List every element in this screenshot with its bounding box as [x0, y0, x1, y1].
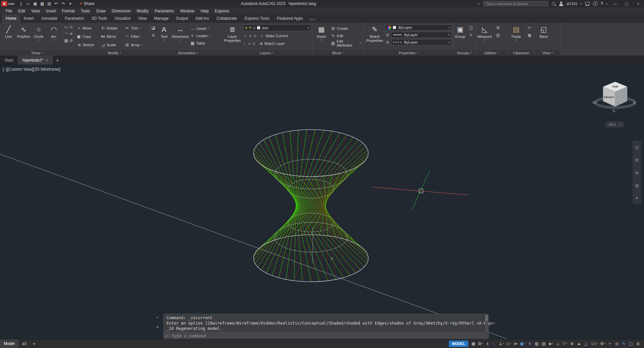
customization-button[interactable]: ≣ — [635, 341, 641, 347]
command-input[interactable] — [172, 334, 486, 338]
insert-button[interactable]: ▦Insert▾ — [314, 24, 329, 42]
leader-button[interactable]: ↖Leader▾ — [189, 32, 211, 39]
ribbon-tab-express-tools[interactable]: Express Tools — [241, 15, 273, 23]
close-tab-icon[interactable]: × — [46, 58, 48, 62]
autoscale-toggle[interactable]: △ — [583, 341, 589, 347]
3d-object-snap-toggle[interactable]: ◈▾ — [547, 341, 554, 347]
edit-button[interactable]: ✎Edit — [330, 32, 362, 39]
dynamic-input-toggle[interactable]: ± — [484, 341, 491, 347]
make-current-button[interactable]: ✓Make Current — [259, 32, 289, 39]
new-file-icon[interactable]: ▯ — [18, 1, 24, 7]
base-button[interactable]: ◱Base — [536, 24, 551, 39]
command-input-row[interactable]: ▸ ▾ — [163, 333, 489, 339]
file-tab-hiperbole2[interactable]: hiperbole2* × — [18, 56, 53, 65]
graphics-performance-toggle[interactable]: ↻ — [621, 341, 627, 347]
color-dropdown[interactable]: ByLayer▾ — [385, 24, 452, 30]
make-current-tool-icon-0[interactable]: ☀ — [244, 34, 247, 38]
arc-button[interactable]: ◠Arc▾ — [47, 24, 61, 42]
ribbon-tab-3d-tools[interactable]: 3D Tools — [88, 15, 111, 23]
ribbon-tab-collaborate[interactable]: Collaborate — [213, 15, 240, 23]
edit-attributes-button[interactable]: ▤Edit Attributes▾ — [330, 40, 362, 46]
view-cube[interactable]: W S E TOP FRONT — [593, 82, 636, 113]
measure-button[interactable]: ◺Measure▾ — [477, 24, 492, 42]
search-category-icon[interactable]: ▸ — [478, 2, 480, 5]
search-input[interactable] — [483, 1, 548, 6]
draw-tool-icon-0-1[interactable]: ◠ — [64, 32, 68, 36]
open-file-icon[interactable]: ▱ — [25, 1, 32, 7]
circle-button[interactable]: ○Circle▾ — [32, 24, 46, 42]
panel-draw-title[interactable]: Draw▾ — [0, 50, 74, 56]
compass-west[interactable]: W — [593, 100, 596, 105]
isolate-objects-button[interactable]: ◎ — [613, 341, 620, 347]
match-layer-tool-icon-0[interactable]: ◐ — [244, 42, 246, 46]
maximize-button[interactable]: ▢ — [622, 2, 631, 6]
close-button[interactable]: × — [634, 2, 643, 6]
menu-modify[interactable]: Modify — [134, 8, 152, 14]
groups-side-icon-1[interactable]: ✎ — [469, 33, 473, 37]
panel-modify-title[interactable]: Modify▾ — [74, 50, 155, 56]
ribbon-tab-visualize[interactable]: Visualize — [111, 15, 135, 23]
menu-tools[interactable]: Tools — [78, 8, 93, 14]
cart-icon[interactable] — [585, 2, 590, 6]
command-window[interactable]: × ⚙ Command: _vscurrentEnter an option [… — [163, 314, 489, 339]
linetype-dropdown[interactable]: ByLayer▾ — [391, 39, 452, 45]
clipboard-side-icon-0[interactable]: ✂ — [528, 26, 531, 30]
menu-help[interactable]: Help — [198, 8, 212, 14]
new-drawing-tab-button[interactable]: + — [53, 56, 62, 65]
polyline-button[interactable]: ∿Polyline — [16, 24, 31, 39]
linear-button[interactable]: ↔Linear▾ — [189, 25, 211, 31]
orbit-icon[interactable]: ◍ — [635, 183, 639, 188]
chevron-down-icon[interactable]: ▾ — [581, 2, 582, 5]
selection-filtering-toggle[interactable]: ▽▾ — [561, 341, 568, 347]
model-layout-tab[interactable]: Model — [0, 339, 18, 348]
object-snap-tracking-toggle[interactable]: ≫ — [512, 341, 519, 347]
workspace-switching-button[interactable]: ⚙▾ — [599, 341, 606, 347]
panel-block-title[interactable]: Block▾ — [313, 50, 363, 56]
match-layer-button[interactable]: ⇉Match Layer — [258, 40, 286, 47]
group-button[interactable]: ▣Group — [455, 24, 466, 39]
command-window-grip[interactable]: × ⚙ — [156, 315, 159, 329]
draw-tool-icon-1-0[interactable]: ⊙ — [69, 25, 73, 29]
plot-icon[interactable]: ▤ — [46, 1, 53, 7]
rotate-button[interactable]: ↻Rotate — [100, 24, 123, 32]
draw-tool-icon-0-2[interactable]: ▦ — [64, 39, 68, 43]
zoom-icon[interactable]: ⊕ — [635, 170, 639, 175]
ribbon-display-toggle[interactable]: ▭ ▾ — [310, 17, 315, 23]
line-button[interactable]: ╱Line — [1, 24, 15, 39]
selection-cycling-toggle[interactable]: ▤ — [540, 341, 547, 347]
panel-view-title[interactable]: View▾ — [535, 50, 560, 56]
annotation-scale-button[interactable]: 1:1▾ — [590, 341, 599, 347]
layer-properties-button[interactable]: ≣Layer Properties — [223, 24, 242, 43]
transparency-toggle[interactable]: ▨ — [533, 341, 540, 347]
viewport-controls[interactable]: [−][Custom View][2D Wireframe] — [3, 67, 60, 72]
array-button[interactable]: ⊞Array▾ — [124, 41, 148, 49]
copy-button[interactable]: ▣Copy — [76, 32, 99, 41]
layout-tab-a3[interactable]: a3 — [18, 339, 30, 348]
ribbon-tab-output[interactable]: Output — [172, 15, 192, 23]
model-canvas[interactable]: W S E TOP FRONT WCS ▾ — [0, 65, 644, 339]
clean-screen-button[interactable]: ▢ — [628, 341, 634, 347]
compass-east[interactable]: E — [634, 101, 636, 105]
scale-button[interactable]: ◿Scale — [100, 41, 123, 49]
clipboard-side-icon-1[interactable]: ▣ — [528, 33, 531, 37]
search-icon[interactable] — [551, 2, 556, 6]
menu-file[interactable]: File — [3, 8, 15, 14]
match-properties-button[interactable]: ✎Match Properties — [365, 24, 384, 43]
navigation-bar[interactable]: ◎⊞⊕◍▾ — [633, 141, 641, 204]
snap-mode-toggle[interactable]: ⊞▾ — [477, 341, 484, 347]
file-tab-start[interactable]: Start — [0, 56, 18, 65]
ribbon-tab-insert[interactable]: Insert — [20, 15, 38, 23]
menu-dimension[interactable]: Dimension — [109, 8, 134, 14]
pan-icon[interactable]: ⊞ — [635, 157, 639, 162]
lineweight-toggle[interactable]: ≡ — [526, 341, 533, 347]
lineweight-list-icon[interactable]: ≣ — [385, 33, 390, 37]
ribbon-tab-add-ins[interactable]: Add-ins — [192, 15, 213, 23]
trim-button[interactable]: ✂Trim▾ — [124, 24, 148, 32]
layer-dropdown[interactable]: ●☀⊔aux▾ — [243, 24, 311, 31]
linetype-list-icon[interactable]: ≣ — [385, 40, 390, 45]
make-current-tool-icon-1[interactable]: ● — [249, 34, 252, 38]
full-navigation-wheel-icon[interactable]: ◎ — [635, 145, 639, 150]
annotation-monitor-toggle[interactable]: + — [606, 341, 613, 347]
draw-tool-icon-0-0[interactable]: ▭ — [64, 25, 68, 29]
help-icon[interactable]: ? — [601, 1, 603, 6]
